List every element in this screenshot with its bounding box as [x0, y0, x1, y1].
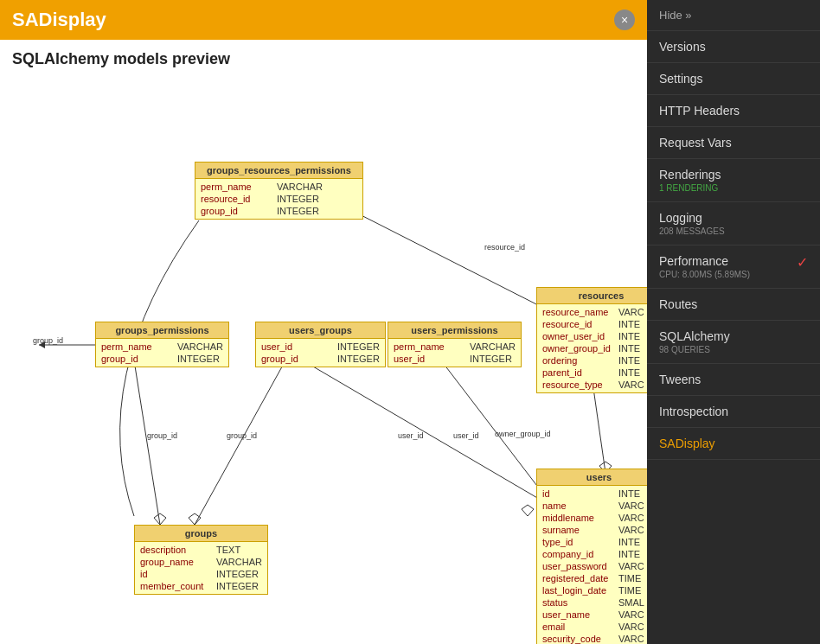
sidebar-item-sub: 208 MESSAGES [659, 226, 808, 236]
svg-marker-20 [39, 341, 45, 348]
header-bar: SADisplay × [0, 0, 647, 40]
sidebar-item-performance[interactable]: Performance ✓ CPU: 8.00MS (5.89MS) [647, 245, 820, 289]
app-title: SADisplay [12, 9, 106, 31]
sidebar-item-label: Request Vars [659, 136, 732, 150]
main-area: SADisplay × SQLAlchemy models preview re… [0, 0, 647, 644]
table-row: user_password VARC [542, 560, 647, 572]
table-row: registered_date TIME [542, 572, 647, 584]
svg-line-8 [303, 360, 554, 507]
close-icon: × [621, 13, 628, 27]
table-row: middlename VARC [542, 512, 647, 524]
table-row: name VARC [542, 500, 647, 512]
table-row: owner_user_id INTE [542, 330, 647, 342]
table-row: resource_name VARC [542, 306, 647, 318]
table-row: parent_id INTE [542, 367, 647, 379]
sidebar-item-sub: CPU: 8.00MS (5.89MS) [659, 270, 808, 279]
sidebar-item-introspection[interactable]: Introspection [647, 396, 820, 428]
table-users: users id INTE name VARC middlename VARC … [536, 469, 647, 644]
sidebar-item-label: Renderings [659, 168, 721, 182]
diagram-area: resource_id group_id group_id user_id us… [0, 75, 647, 644]
table-body: perm_name VARCHAR user_id INTEGER [388, 339, 521, 367]
table-header: users_permissions [388, 322, 521, 339]
sidebar-item-sadisplay[interactable]: SADisplay [647, 428, 820, 460]
svg-line-2 [134, 360, 160, 525]
table-header: groups [135, 526, 267, 542]
sidebar-item-label: HTTP Headers [659, 104, 740, 118]
sidebar-item-tweens[interactable]: Tweens [647, 364, 820, 396]
sidebar-item-sqlalchemy[interactable]: SQLAlchemy 98 QUERIES [647, 321, 820, 364]
table-row: perm_name VARCHAR [201, 181, 357, 193]
table-body: id INTE name VARC middlename VARC surnam… [537, 486, 647, 644]
table-groups-permissions: groups_permissions perm_name VARCHAR gro… [95, 322, 229, 367]
sidebar-item-label: Tweens [659, 373, 701, 386]
table-row: ordering INTE [542, 354, 647, 367]
table-users-permissions: users_permissions perm_name VARCHAR user… [388, 322, 522, 367]
table-header: groups_permissions [96, 322, 228, 339]
table-row: group_name VARCHAR [140, 556, 262, 568]
table-header: resources [537, 288, 647, 304]
svg-marker-12 [522, 505, 534, 516]
svg-text:group_id: group_id [147, 431, 177, 440]
table-row: user_id INTEGER [394, 353, 516, 365]
sidebar-item-versions[interactable]: Versions [647, 31, 820, 63]
table-row: company_id INTE [542, 548, 647, 560]
sidebar-item-label: Versions [659, 40, 706, 54]
table-row: email VARC [542, 621, 647, 633]
svg-marker-7 [189, 513, 201, 525]
sidebar-item-settings[interactable]: Settings [647, 63, 820, 95]
sidebar-item-renderings[interactable]: Renderings 1 RENDERING [647, 159, 820, 202]
table-row: group_id INTEGER [261, 353, 380, 365]
table-row: id INTEGER [140, 568, 262, 580]
svg-text:user_id: user_id [398, 431, 424, 440]
table-row: owner_group_id INTE [542, 342, 647, 354]
svg-line-5 [195, 360, 285, 525]
table-groups: groups description TEXT group_name VARCH… [134, 525, 268, 595]
sidebar: Hide » Versions Settings HTTP Headers Re… [647, 0, 820, 644]
sidebar-hide-button[interactable]: Hide » [647, 0, 820, 31]
table-row: id INTE [542, 488, 647, 500]
sidebar-item-label: Settings [659, 72, 703, 86]
svg-marker-4 [154, 513, 166, 525]
close-button[interactable]: × [614, 10, 635, 30]
label-resource-id: resource_id [484, 243, 525, 252]
table-header: groups_resources_permissions [195, 163, 362, 179]
table-body: perm_name VARCHAR group_id INTEGER [96, 339, 228, 367]
svg-text:group_id: group_id [33, 336, 63, 345]
sidebar-item-logging[interactable]: Logging 208 MESSAGES [647, 202, 820, 245]
sidebar-item-label: SADisplay [659, 437, 715, 450]
svg-text:owner_group_id: owner_group_id [495, 430, 551, 438]
table-row: resource_type VARC [542, 379, 647, 391]
svg-text:user_id: user_id [453, 431, 479, 440]
hide-label: Hide » [659, 9, 692, 22]
performance-check-icon: ✓ [797, 254, 808, 271]
page-title: SQLAlchemy models preview [0, 40, 647, 75]
table-row: group_id INTEGER [201, 205, 357, 217]
table-row: member_count INTEGER [140, 580, 262, 592]
sidebar-item-request-vars[interactable]: Request Vars [647, 127, 820, 159]
table-row: user_id INTEGER [261, 341, 380, 353]
table-row: perm_name VARCHAR [101, 341, 223, 353]
table-users-groups: users_groups user_id INTEGER group_id IN… [255, 322, 386, 367]
sidebar-item-http-headers[interactable]: HTTP Headers [647, 95, 820, 127]
table-row: resource_id INTEGER [201, 193, 357, 205]
svg-text:group_id: group_id [227, 431, 257, 440]
table-row: description TEXT [140, 544, 262, 556]
sidebar-item-sub: 98 QUERIES [659, 345, 808, 354]
table-row: type_id INTE [542, 536, 647, 548]
sidebar-item-routes[interactable]: Routes [647, 289, 820, 321]
sidebar-item-label: Introspection [659, 405, 728, 418]
table-row: perm_name VARCHAR [394, 341, 516, 353]
table-row: status SMAL [542, 596, 647, 609]
table-row: user_name VARC [542, 609, 647, 621]
sidebar-item-label: Logging [659, 211, 702, 225]
table-header: users [537, 469, 647, 486]
table-row: surname VARC [542, 524, 647, 536]
table-row: resource_id INTE [542, 318, 647, 330]
table-row: group_id INTEGER [101, 353, 223, 365]
sidebar-item-sub: 1 RENDERING [659, 183, 808, 193]
sidebar-item-label: Routes [659, 297, 697, 311]
sidebar-item-label: Performance [659, 254, 728, 268]
table-body: perm_name VARCHAR resource_id INTEGER gr… [195, 179, 362, 219]
table-groups-resources-permissions: groups_resources_permissions perm_name V… [195, 162, 363, 220]
table-body: resource_name VARC resource_id INTE owne… [537, 304, 647, 392]
